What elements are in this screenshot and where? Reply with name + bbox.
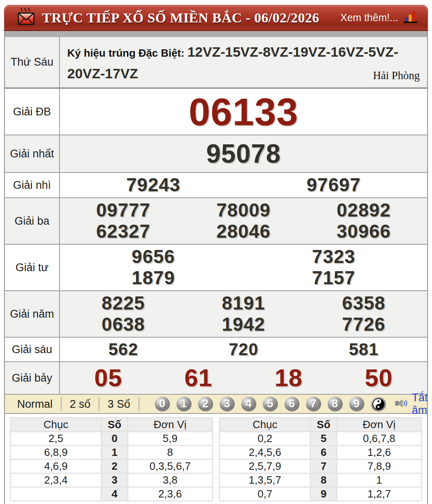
special-sign-label: Ký hiệu trúng Đặc Biệt: [67,47,187,59]
prize-values: 9656732318797157 [60,245,427,290]
digit-ball-6[interactable]: 6 [284,397,300,411]
info-row: Thứ Sáu Ký hiệu trúng Đặc Biệt: 12VZ-15V… [5,37,427,88]
digit-ball-5[interactable]: 5 [263,397,278,411]
header-bar: TRỰC TIẾP XỔ SỐ MIỀN BẮC - 06/02/2026 Xe… [4,5,428,31]
prize-row-1: Giải ĐB06133 [5,89,427,135]
prize-number: 7323 [244,246,424,267]
digit-ball-0[interactable]: 0 [155,397,170,411]
digit-cell: 0 [101,432,128,446]
units-cell: 1,2,6 [337,446,421,460]
digit-cell: 6 [311,446,337,460]
mute-button[interactable]: Tắt âm [386,391,428,417]
prize-number: 30966 [304,221,424,242]
digit-table-right: ChụcSốĐơn Vị0,250,6,7,82,4,5,661,2,62,5,… [219,417,422,502]
prize-number: 18 [244,365,334,391]
yin-yang-icon[interactable] [371,397,386,411]
digit-ball-8[interactable]: 8 [328,397,343,411]
prize-row-3: Giải nhì7924397697 [5,173,427,198]
tens-cell [11,487,101,501]
digit-cell: 9 [311,487,337,501]
units-cell: 1 [337,473,421,487]
tens-cell: 2,5 [11,432,101,446]
prize-number: 06133 [63,92,424,133]
prize-number: 28046 [183,221,304,242]
prize-label: Giải bảy [5,362,60,394]
prize-number: 720 [183,340,304,359]
digit-cell: 1 [101,446,128,460]
digit-ball-1[interactable]: 1 [176,397,192,411]
digit-ball-4[interactable]: 4 [241,397,256,411]
prize-number: 97697 [244,175,424,196]
mode-buttons: Normal2 số3 Số [9,397,139,411]
digit-row: 6,8,918 [11,446,213,460]
prize-number: 78009 [183,200,304,221]
digit-ball-3[interactable]: 3 [220,397,235,411]
prize-number: 02892 [304,200,424,221]
digit-ball-7[interactable]: 7 [306,397,321,411]
prize-number: 7726 [304,314,424,335]
mode-button-1[interactable]: Normal [9,397,62,411]
digit-cell: 3 [101,473,128,487]
prize-number: 50 [334,365,424,391]
prize-number: 0638 [63,314,183,335]
region-label: Hải Phòng [373,67,420,84]
digit-col-header: Chục [220,418,311,432]
digit-ball-2[interactable]: 2 [198,397,213,411]
page-title: TRỰC TIẾP XỔ SỐ MIỀN BẮC - 06/02/2026 [42,10,320,26]
weekday-label: Thứ Sáu [5,37,60,87]
prize-number: 7157 [244,267,424,289]
mute-label: Tắt âm [412,391,428,417]
units-cell: 0,3,5,6,7 [128,460,212,473]
prize-number: 05 [63,365,153,391]
prize-row-7: Giải sáu562720581 [5,338,427,362]
tens-cell: 1,3,5,7 [220,473,311,487]
see-more-label: Xem thêm!... [340,12,398,24]
prize-row-6: Giải năm822581916358063819427726 [5,291,427,338]
units-cell: 5,9 [128,432,212,446]
digit-row: 42,3,6 [11,487,213,501]
digit-cell: 5 [311,432,337,446]
see-more-link[interactable]: Xem thêm!... [340,11,418,25]
prize-values: 95078 [60,135,427,172]
bar-chart-icon [403,11,418,25]
prize-number: 95078 [63,139,424,168]
units-cell: 1,2,7 [337,487,421,501]
prize-label: Giải năm [5,291,60,337]
tens-cell: 0,2 [220,432,311,446]
units-cell: 0,6,7,8 [337,432,421,446]
prize-row-2: Giải nhất95078 [5,135,427,173]
digit-row: 4,6,920,3,5,6,7 [11,460,213,473]
digit-cell: 8 [311,473,337,487]
prize-number: 61 [153,365,243,391]
prize-number: 562 [63,340,183,359]
digit-row: 1,3,5,781 [220,473,422,487]
tens-cell: 2,4,5,6 [220,446,311,460]
prize-values: 562720581 [60,338,427,361]
mode-button-2[interactable]: 2 số [62,397,99,411]
digit-row: 0,791,2,7 [220,487,422,501]
digit-row: 2,5,7,977,8,9 [220,460,422,473]
prize-number: 8225 [63,293,183,314]
prize-number: 79243 [63,175,244,196]
prize-row-8: Giải bảy05611850 [5,362,427,395]
prize-label: Giải nhất [5,135,60,172]
prize-number: 62327 [63,221,183,242]
control-bar: Normal2 số3 Số 0123456789 Tắt âm [5,395,427,414]
units-cell: 3,8 [128,473,212,487]
digit-table-left: ChụcSốĐơn Vị2,505,96,8,9184,6,920,3,5,6,… [10,417,213,502]
digit-cell: 4 [101,487,128,501]
prize-number: 8191 [183,293,304,314]
digit-row: 2,505,9 [11,432,213,446]
tens-cell: 0,7 [220,487,311,501]
digit-cell: 2 [101,460,128,473]
mode-button-3[interactable]: 3 Số [99,397,139,411]
digit-ball-9[interactable]: 9 [349,397,364,411]
prize-number: 1942 [183,314,304,335]
results-body: Thứ Sáu Ký hiệu trúng Đặc Biệt: 12VZ-15V… [4,31,428,504]
tens-cell: 2,3,4 [11,473,101,487]
digit-col-header: Số [101,418,128,432]
prize-values: 822581916358063819427726 [60,291,427,337]
envelope-icon [17,7,35,29]
prize-values: 097777800902892623272804630966 [60,198,427,244]
prize-number: 581 [304,340,424,359]
